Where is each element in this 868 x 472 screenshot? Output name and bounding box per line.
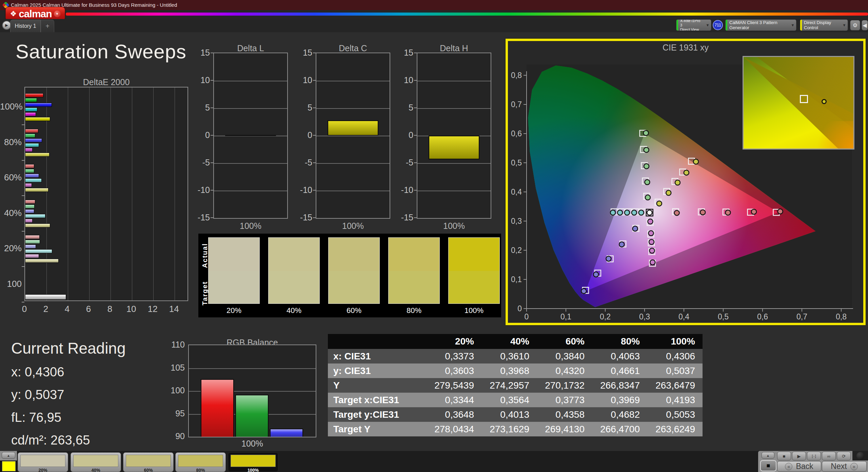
svg-text:0,7: 0,7: [511, 100, 522, 109]
deltae-axis-tick: [22, 124, 24, 125]
refresh-button[interactable]: ⟳: [837, 452, 851, 460]
delta-chart: [213, 53, 288, 219]
table-row: Target y:CIE310,36480,40130,43580,46820,…: [328, 407, 703, 422]
delta-ytick-label: -10: [295, 185, 312, 195]
table-cell: 0,4193: [647, 393, 703, 407]
table-cell: 270,1732: [537, 378, 592, 393]
stop-button[interactable]: ■: [777, 452, 791, 460]
deltae-bar: [25, 112, 36, 116]
rainbow-divider: [66, 13, 868, 16]
swatch-compare-cell: [448, 237, 500, 304]
cie-measured-magenta: [649, 239, 654, 244]
svg-text:0,4: 0,4: [678, 312, 689, 321]
chevron-down-icon: ▼: [789, 23, 796, 27]
table-cell: 0,3968: [481, 363, 537, 378]
calman-diamond-icon: ❖: [10, 9, 17, 18]
collapse-panel-button[interactable]: ◀: [862, 20, 868, 31]
meter-count-badge[interactable]: 711: [713, 20, 723, 30]
patch-level-swatch: [178, 455, 223, 467]
delta-gridline: [214, 191, 287, 191]
expand-patch-panel-button[interactable]: ▲: [2, 452, 15, 459]
expand-transport-button[interactable]: ▲: [762, 452, 774, 459]
meter-line1: X-Rite i1Pro 3: [680, 19, 703, 27]
patch-level-button-20%[interactable]: 20%: [18, 452, 68, 472]
cie-measured-red: [725, 210, 730, 215]
delta-ytick: [313, 162, 316, 163]
back-chevron-icon: «: [785, 463, 792, 470]
cie-measured-blue: [606, 256, 611, 261]
add-tab-button[interactable]: +: [41, 20, 54, 32]
cie-measured-blue: [581, 289, 586, 294]
delta-ytick: [414, 135, 417, 136]
patch-level-button-60%[interactable]: 60%: [123, 452, 174, 472]
svg-text:0,3: 0,3: [511, 217, 522, 225]
table-cell: 0,4682: [592, 407, 647, 422]
patch-level-label: 100%: [228, 468, 278, 472]
display-control-dropdown[interactable]: Direct Display Control ▼: [800, 19, 848, 31]
patch-level-swatch: [20, 455, 65, 467]
gear-icon: ⚙: [853, 22, 857, 28]
stop-measurement-button[interactable]: ■: [760, 460, 776, 471]
tab-history-1[interactable]: History 1: [10, 20, 41, 32]
pattern-button[interactable]: [··]: [807, 452, 821, 460]
table-cell: 274,2957: [481, 378, 537, 393]
play-icon: ▶: [797, 454, 801, 459]
back-button[interactable]: « Back: [777, 461, 821, 472]
rgb-ytick-label: 110: [164, 340, 185, 350]
current-patch-swatch: [2, 461, 16, 471]
delta-ytick: [211, 53, 213, 53]
svg-text:0,6: 0,6: [757, 312, 768, 321]
deltae-gridline: [132, 87, 132, 300]
table-cell: 0,5053: [647, 407, 703, 422]
delta-bar-zero: [225, 135, 276, 136]
delta-ytick-label: -10: [396, 185, 413, 195]
calman-menu-button[interactable]: ❖ calman ▼: [5, 7, 65, 21]
cie-measured-green: [644, 164, 649, 169]
delta-gridline: [417, 108, 491, 109]
deltae-axis-tick: [22, 266, 24, 267]
next-button[interactable]: Next »: [822, 461, 867, 472]
deltae-bar: [25, 93, 43, 97]
current-reading-value: y: 0,5037: [11, 388, 126, 402]
patch-level-button-100%[interactable]: 100%: [228, 452, 278, 472]
patch-level-button-40%[interactable]: 40%: [71, 452, 121, 472]
swatch-actual: [329, 238, 379, 271]
swatch-compare-cell: [268, 237, 320, 304]
table-cell: 0,4063: [592, 349, 647, 363]
deltae-axis-tick: [22, 231, 24, 232]
cie-measured-green: [645, 195, 650, 200]
delta-ytick: [211, 135, 213, 136]
swatch-actual: [269, 238, 319, 271]
layout-nav-button[interactable]: ▶: [2, 21, 11, 30]
table-row-label: Target x:CIE31: [328, 393, 426, 407]
cie-measured-cyan: [610, 210, 615, 215]
delta-ytick-label: 15: [396, 48, 413, 58]
loop-button[interactable]: ∞: [822, 452, 836, 460]
rgb-ytick-label: 100: [164, 386, 185, 395]
deltae-group-label: 80%: [0, 137, 22, 148]
play-button[interactable]: ▶: [792, 452, 806, 460]
delta-ytick: [414, 162, 417, 163]
meter-dropdown[interactable]: X-Rite i1Pro 3 Direct View ▼: [676, 19, 711, 31]
deltae-chart: [24, 87, 188, 301]
delta-ytick: [313, 190, 316, 191]
cie-measured-cyan: [639, 210, 644, 215]
measurement-table: 20%40%60%80%100%x: CIE310,33730,36100,38…: [328, 334, 703, 436]
status-led: [856, 452, 864, 460]
settings-button[interactable]: ⚙: [850, 20, 860, 31]
table-header-empty: [328, 334, 426, 349]
patch-level-button-80%[interactable]: 80%: [175, 452, 226, 472]
cie-measured-magenta: [648, 219, 653, 224]
pattern-generator-dropdown[interactable]: CalMAN Client 3 Pattern Generator ▼: [725, 19, 796, 31]
svg-text:0: 0: [517, 304, 522, 313]
swatch-compare-label: 20%: [208, 306, 260, 315]
patch-level-swatch: [231, 455, 276, 467]
table-cell: 0,4661: [592, 363, 647, 378]
delta-ytick-label: -15: [192, 213, 210, 222]
cie-inset-orange-corner: [809, 121, 853, 149]
deltae-bar: [25, 143, 39, 147]
table-row: Y279,5439274,2957270,1732266,8347263,647…: [328, 378, 703, 393]
target-row-label: Target: [201, 281, 209, 306]
svg-text:0,3: 0,3: [639, 312, 650, 321]
table-row-label: y: CIE31: [328, 363, 426, 378]
